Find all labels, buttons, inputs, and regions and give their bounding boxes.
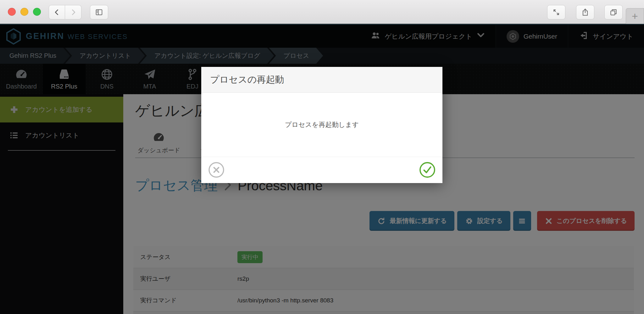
modal-title: プロセスの再起動 [210,73,284,86]
modal-header: プロセスの再起動 [201,67,442,93]
browser-toolbar: + [0,0,644,24]
screen: + GEHIRNWEB SERVICES [0,0,644,314]
new-tab-button[interactable]: + [626,8,644,24]
tab-overview-button[interactable] [604,5,623,19]
cancel-button[interactable] [208,162,225,178]
tabs-icon [609,8,618,16]
modal-body: プロセスを再起動します [201,93,442,157]
modal-footer [201,157,442,183]
x-circle-icon [208,162,225,178]
web-page: GEHIRNWEB SERVICES ゲヒルン広報用プロジェクト [0,24,644,314]
confirm-button[interactable] [419,162,436,178]
chevron-right-icon [69,8,77,16]
close-window-button[interactable] [8,8,16,16]
back-button[interactable] [49,5,65,19]
plus-icon: + [632,10,638,22]
forward-button[interactable] [65,5,81,19]
sidebar-panel-icon [95,8,103,17]
check-circle-icon [419,162,436,178]
modal-message: プロセスを再起動します [285,120,359,129]
fullscreen-button[interactable] [547,5,565,19]
expand-arrows-icon [552,8,560,16]
zoom-window-button[interactable] [33,8,41,16]
chevron-left-icon [53,8,61,16]
share-button[interactable] [576,5,594,19]
sidebar-toggle-button[interactable] [90,5,108,19]
minimize-window-button[interactable] [20,8,28,16]
restart-process-modal: プロセスの再起動 プロセスを再起動します [201,67,442,183]
share-icon [581,8,589,16]
